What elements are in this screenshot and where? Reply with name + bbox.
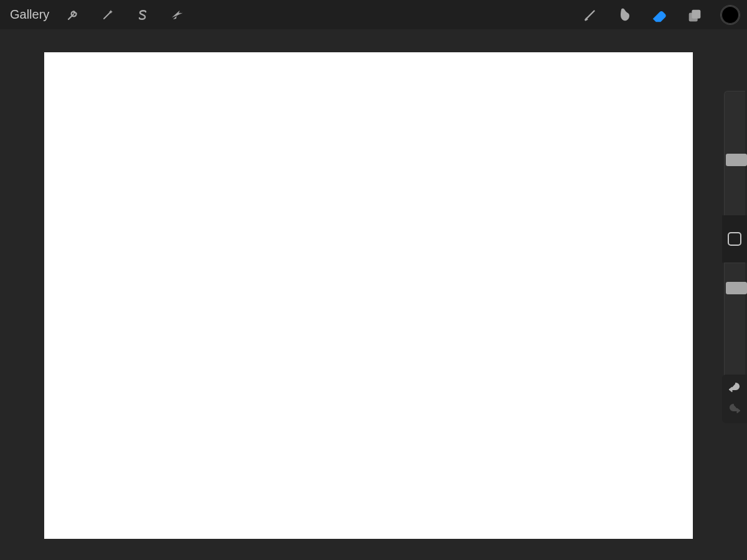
wrench-icon xyxy=(65,7,80,22)
smudge-tool-button[interactable] xyxy=(608,0,642,29)
undo-button[interactable] xyxy=(727,382,742,394)
wand-icon xyxy=(100,7,115,22)
brush-tool-button[interactable] xyxy=(573,0,608,29)
top-toolbar-left: Gallery xyxy=(10,0,195,29)
transform-arrow-icon xyxy=(170,7,185,22)
adjustments-button[interactable] xyxy=(90,0,125,29)
color-picker-button[interactable] xyxy=(721,6,740,24)
right-sidebar xyxy=(722,91,747,387)
top-toolbar-right xyxy=(573,0,740,29)
brush-size-slider[interactable] xyxy=(724,91,745,215)
actions-button[interactable] xyxy=(55,0,90,29)
drawing-canvas[interactable] xyxy=(44,52,693,539)
gallery-button[interactable]: Gallery xyxy=(10,7,49,22)
selection-s-icon xyxy=(135,7,150,22)
modify-square-button[interactable] xyxy=(728,232,741,246)
brush-size-handle[interactable] xyxy=(726,154,747,166)
brush-opacity-slider[interactable] xyxy=(724,263,745,387)
brush-icon xyxy=(582,7,598,23)
top-toolbar: Gallery xyxy=(0,0,747,29)
redo-button[interactable] xyxy=(727,403,742,416)
svg-rect-1 xyxy=(689,12,698,21)
transform-button[interactable] xyxy=(160,0,195,29)
sidebar-modify-region xyxy=(722,215,747,263)
smudge-icon xyxy=(616,6,634,24)
workspace xyxy=(0,29,747,560)
eraser-tool-button[interactable] xyxy=(642,0,677,29)
layers-icon xyxy=(686,6,703,24)
eraser-icon xyxy=(651,6,669,24)
redo-icon xyxy=(727,403,742,416)
selection-button[interactable] xyxy=(125,0,160,29)
undo-icon xyxy=(727,382,742,394)
undo-redo-panel xyxy=(722,375,747,423)
brush-opacity-handle[interactable] xyxy=(726,282,747,294)
layers-button[interactable] xyxy=(677,0,712,29)
